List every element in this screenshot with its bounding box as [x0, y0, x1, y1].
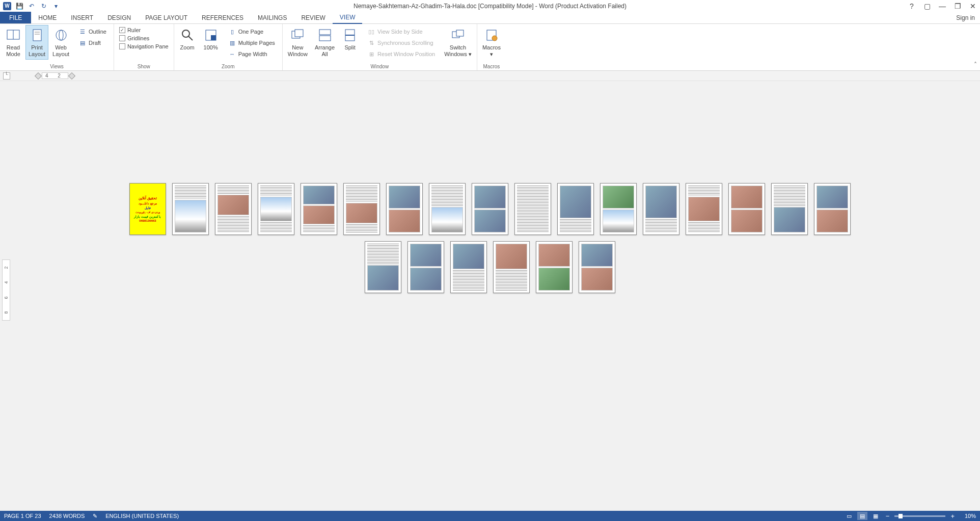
svg-rect-2 — [33, 30, 41, 41]
page-thumb-9[interactable] — [472, 183, 508, 235]
page-thumb-14[interactable] — [686, 183, 722, 235]
tab-mailings[interactable]: MAILINGS — [251, 12, 294, 23]
page-thumb-13[interactable] — [643, 183, 679, 235]
view-web-layout-button[interactable]: ▦ — [870, 512, 881, 520]
zoom-level[interactable]: 10% — [960, 513, 976, 519]
svg-point-7 — [182, 30, 189, 37]
arrange-all-icon — [317, 27, 333, 43]
indent-marker-right[interactable] — [68, 72, 75, 79]
group-show-label: Show — [116, 63, 172, 70]
sign-in-link[interactable]: Sign in — [956, 12, 975, 23]
redo-button[interactable]: ↻ — [40, 2, 48, 10]
gridlines-checkbox[interactable]: Gridlines — [119, 35, 169, 41]
tab-references[interactable]: REFERENCES — [195, 12, 251, 23]
group-macros: Macros▾ Macros — [477, 24, 506, 70]
svg-point-6 — [59, 30, 63, 40]
tab-stop-selector[interactable] — [3, 72, 10, 80]
multiple-pages-button[interactable]: ▥Multiple Pages — [226, 38, 277, 47]
page-thumb-21[interactable] — [493, 241, 530, 293]
tab-review[interactable]: REVIEW — [294, 12, 332, 23]
zoom-out-button[interactable]: − — [884, 512, 892, 520]
page-thumb-11[interactable] — [557, 183, 594, 235]
page-thumb-5[interactable] — [301, 183, 337, 235]
status-words[interactable]: 2438 WORDS — [49, 513, 85, 519]
word-app-icon: W — [3, 2, 11, 10]
tab-file[interactable]: FILE — [0, 12, 31, 23]
page-thumb-17[interactable] — [814, 183, 851, 235]
save-button[interactable]: 💾 — [15, 2, 23, 10]
tab-page-layout[interactable]: PAGE LAYOUT — [138, 12, 195, 23]
page-thumb-3[interactable] — [215, 183, 252, 235]
page-thumb-22[interactable] — [536, 241, 573, 293]
page-width-button[interactable]: ↔Page Width — [226, 49, 277, 59]
title-bar: W 💾 ↶ ↻ ▾ Nemaye-Sakhteman-Az-Ghadim-Ta-… — [0, 0, 980, 12]
draft-icon: ▤ — [78, 39, 87, 47]
page-thumb-16[interactable] — [771, 183, 808, 235]
navigation-pane-checkbox[interactable]: Navigation Pane — [119, 43, 169, 49]
split-button[interactable]: Split — [339, 25, 361, 53]
read-mode-button[interactable]: Read Mode — [2, 25, 24, 60]
status-page[interactable]: PAGE 1 OF 23 — [4, 513, 41, 519]
window-title: Nemaye-Sakhteman-Az-Ghadim-Ta-Hala.doc [… — [353, 3, 627, 10]
view-print-layout-button[interactable]: ▤ — [857, 512, 867, 520]
one-page-button[interactable]: ▯One Page — [226, 27, 277, 36]
tab-view[interactable]: VIEW — [333, 12, 363, 24]
svg-rect-14 — [319, 36, 331, 41]
page-thumb-20[interactable] — [450, 241, 487, 293]
minimize-button[interactable]: — — [938, 2, 946, 10]
page-thumb-1[interactable]: تحقیق آنلاین مرجع دانلـــود فایل وردی دی… — [129, 183, 166, 235]
horizontal-ruler[interactable]: 4 2 — [0, 71, 980, 81]
zoom-slider-thumb[interactable] — [899, 514, 903, 518]
status-proofing-icon[interactable]: ✎ — [93, 513, 97, 519]
ribbon: Read Mode Print Layout Web Layout ☰Outli… — [0, 24, 980, 71]
page-thumb-12[interactable] — [600, 183, 637, 235]
page-thumb-6[interactable] — [343, 183, 380, 235]
help-button[interactable]: ? — [908, 2, 916, 10]
ruler-marks: 4 2 — [42, 72, 68, 79]
page-thumb-23[interactable] — [579, 241, 615, 293]
undo-button[interactable]: ↶ — [28, 2, 36, 10]
page-thumb-10[interactable] — [514, 183, 551, 235]
tab-design[interactable]: DESIGN — [100, 12, 138, 23]
view-read-mode-button[interactable]: ▭ — [844, 512, 854, 520]
macros-button[interactable]: Macros▾ — [479, 25, 504, 60]
macros-icon — [483, 27, 500, 43]
page-width-icon: ↔ — [228, 50, 236, 58]
read-mode-icon — [5, 27, 21, 43]
print-layout-button[interactable]: Print Layout — [25, 25, 48, 60]
zoom-slider[interactable] — [894, 515, 945, 517]
zoom-in-button[interactable]: + — [948, 512, 957, 520]
svg-rect-12 — [295, 30, 303, 37]
tab-home[interactable]: HOME — [31, 12, 64, 23]
indent-marker-left[interactable] — [35, 72, 42, 79]
svg-point-20 — [492, 36, 497, 41]
draft-button[interactable]: ▤Draft — [76, 38, 108, 47]
switch-windows-button[interactable]: Switch Windows ▾ — [441, 25, 475, 60]
tab-insert[interactable]: INSERT — [64, 12, 100, 23]
ribbon-options-button[interactable]: ▢ — [923, 2, 931, 10]
close-button[interactable]: ✕ — [969, 2, 977, 10]
web-layout-button[interactable]: Web Layout — [49, 25, 72, 60]
zoom-100-button[interactable]: 100% — [200, 25, 222, 53]
page-thumb-2[interactable] — [172, 183, 209, 235]
page-thumb-7[interactable] — [386, 183, 423, 235]
collapse-ribbon-button[interactable]: ˄ — [974, 61, 977, 68]
restore-button[interactable]: ❐ — [954, 2, 962, 10]
page-thumb-4[interactable] — [258, 183, 294, 235]
qat-customize-icon[interactable]: ▾ — [52, 2, 60, 10]
new-window-button[interactable]: New Window — [285, 25, 311, 60]
zoom-icon — [179, 27, 196, 43]
arrange-all-button[interactable]: Arrange All — [312, 25, 338, 60]
document-area[interactable]: 2468 تحقیق آنلاین مرجع دانلـــود فایل ور… — [0, 81, 980, 511]
ruler-checkbox[interactable]: ✓Ruler — [119, 27, 169, 33]
status-language[interactable]: ENGLISH (UNITED STATES) — [105, 513, 179, 519]
switch-windows-icon — [450, 27, 466, 43]
page-thumb-15[interactable] — [728, 183, 765, 235]
page-thumb-19[interactable] — [407, 241, 444, 293]
side-by-side-icon: ▯▯ — [367, 28, 375, 36]
outline-button[interactable]: ☰Outline — [76, 27, 108, 36]
zoom-button[interactable]: Zoom — [176, 25, 199, 53]
page-thumb-8[interactable] — [429, 183, 466, 235]
group-show: ✓Ruler Gridlines Navigation Pane Show — [114, 24, 174, 70]
page-thumb-18[interactable] — [365, 241, 401, 293]
